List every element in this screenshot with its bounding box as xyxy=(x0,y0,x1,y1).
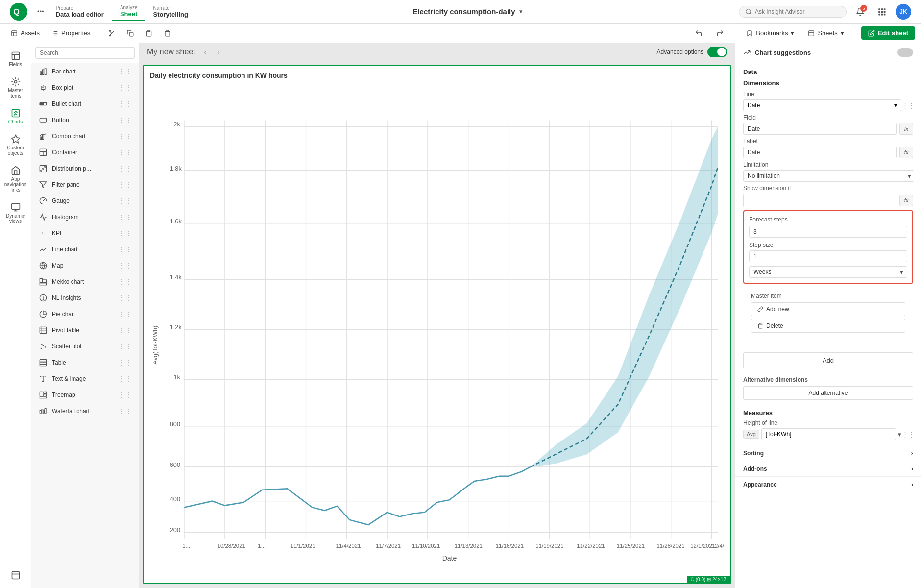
drag-handle[interactable]: ⋮⋮ xyxy=(118,407,132,415)
sidebar-item-dynamic[interactable]: Dynamic views xyxy=(2,198,29,228)
measures-chevron[interactable]: ▾ xyxy=(898,431,901,438)
forecast-steps-input[interactable] xyxy=(749,226,907,238)
chart-item-pivot[interactable]: Pivot table ⋮⋮ xyxy=(33,322,137,338)
field-input[interactable] xyxy=(743,123,897,135)
assets-button[interactable]: Assets xyxy=(6,27,45,39)
undo-button[interactable] xyxy=(690,27,707,39)
delete-toolbar-button[interactable] xyxy=(159,28,176,39)
sheet-next-button[interactable]: › xyxy=(213,46,225,58)
chart-item-text[interactable]: Text & image ⋮⋮ xyxy=(33,371,137,387)
drag-handle[interactable]: ⋮⋮ xyxy=(118,116,132,124)
chart-item-nl[interactable]: NL Insights ⋮⋮ xyxy=(33,290,137,306)
delete-button[interactable]: Delete xyxy=(751,319,905,333)
chart-item-button[interactable]: Button ⋮⋮ xyxy=(33,112,137,128)
chart-item-combo[interactable]: Combo chart ⋮⋮ xyxy=(33,128,137,144)
show-dim-input[interactable] xyxy=(743,194,897,207)
add-ons-section[interactable]: Add-ons › xyxy=(735,461,921,477)
chart-item-bullet[interactable]: Bullet chart ⋮⋮ xyxy=(33,96,137,112)
drag-handle[interactable]: ⋮⋮ xyxy=(118,343,132,350)
chart-item-histogram[interactable]: Histogram ⋮⋮ xyxy=(33,209,137,225)
sidebar-item-bottom[interactable] xyxy=(2,566,29,584)
sidebar-item-custom[interactable]: Custom objects xyxy=(2,130,29,160)
notifications-button[interactable]: 5 xyxy=(852,4,868,20)
drag-handle[interactable]: ⋮⋮ xyxy=(118,245,132,253)
chart-item-filter[interactable]: Filter pane ⋮⋮ xyxy=(33,177,137,193)
chart-item-container[interactable]: Container ⋮⋮ xyxy=(33,145,137,160)
chart-item-line[interactable]: Line chart ⋮⋮ xyxy=(33,242,137,257)
cut-button[interactable] xyxy=(103,28,120,39)
app-logo[interactable]: Q xyxy=(4,3,33,21)
add-dimension-button[interactable]: Add xyxy=(743,352,913,368)
properties-button[interactable]: Properties xyxy=(47,27,95,39)
sorting-section[interactable]: Sorting › xyxy=(735,445,921,461)
redo-button[interactable] xyxy=(711,27,729,39)
chart-item-kpi[interactable]: # KPI ⋮⋮ xyxy=(33,225,137,241)
drag-handle[interactable]: ⋮⋮ xyxy=(118,310,132,318)
drag-handle[interactable]: ⋮⋮ xyxy=(118,68,132,75)
grid-menu-button[interactable] xyxy=(874,4,890,20)
drag-handle[interactable]: ⋮⋮ xyxy=(118,100,132,108)
appearance-section[interactable]: Appearance › xyxy=(735,477,921,492)
label-input[interactable] xyxy=(743,147,897,158)
step-size-input[interactable] xyxy=(749,250,907,262)
drag-handle[interactable]: ⋮⋮ xyxy=(118,359,132,367)
chart-item-mekko[interactable]: Mekko chart ⋮⋮ xyxy=(33,274,137,290)
copy-button[interactable] xyxy=(122,28,139,39)
advanced-options-toggle[interactable] xyxy=(707,47,727,57)
chart-item-gauge[interactable]: Gauge ⋮⋮ xyxy=(33,193,137,209)
drag-handle[interactable]: ⋮⋮ xyxy=(118,148,132,156)
drag-handle[interactable]: ⋮⋮ xyxy=(118,165,132,172)
chart-item-bar[interactable]: Bar chart ⋮⋮ xyxy=(33,64,137,79)
label-fx-button[interactable]: fx xyxy=(899,147,913,158)
insight-advisor-input[interactable] xyxy=(755,8,833,15)
sidebar-item-appnav[interactable]: App navigation links xyxy=(2,162,29,196)
sidebar-item-master[interactable]: Master items xyxy=(2,73,29,102)
sidebar-item-fields[interactable]: Fields xyxy=(2,47,29,71)
chart-item-scatter[interactable]: Scatter plot ⋮⋮ xyxy=(33,339,137,354)
nav-analyze[interactable]: Analyze Sheet xyxy=(112,3,145,21)
nav-more-button[interactable]: ••• xyxy=(33,8,48,15)
drag-handle[interactable]: ⋮⋮ xyxy=(118,375,132,383)
drag-handle[interactable]: ⋮⋮ xyxy=(118,132,132,140)
drag-handle[interactable]: ⋮⋮ xyxy=(118,181,132,189)
insight-advisor-search[interactable] xyxy=(739,6,847,18)
chart-item-treemap[interactable]: Treemap ⋮⋮ xyxy=(33,387,137,403)
drag-handle[interactable]: ⋮⋮ xyxy=(118,326,132,334)
paste-button[interactable] xyxy=(141,28,157,39)
chart-item-waterfall[interactable]: Waterfall chart ⋮⋮ xyxy=(33,403,137,419)
app-title[interactable]: Electricity consumption-daily xyxy=(412,7,515,16)
show-dim-fx[interactable]: fx xyxy=(899,195,913,206)
chart-item-map[interactable]: Map ⋮⋮ xyxy=(33,258,137,273)
nav-prepare[interactable]: Prepare Data load editor xyxy=(48,3,112,20)
user-avatar[interactable]: JK xyxy=(896,4,911,20)
charts-search-input[interactable] xyxy=(35,47,135,59)
drag-handle[interactable]: ⋮⋮ xyxy=(118,294,132,302)
dimension-date-dropdown[interactable]: Date ▾ xyxy=(743,99,901,111)
chart-suggestions-toggle[interactable] xyxy=(897,48,913,57)
drag-handle[interactable]: ⋮⋮ xyxy=(118,229,132,237)
sidebar-item-charts[interactable]: Charts xyxy=(2,104,29,128)
nav-narrate[interactable]: Narrate Storytelling xyxy=(145,3,196,20)
app-title-chevron[interactable]: ▾ xyxy=(519,8,523,15)
limitation-select[interactable]: No limitation xyxy=(743,170,914,182)
chart-item-pie[interactable]: Pie chart ⋮⋮ xyxy=(33,306,137,322)
drag-handle[interactable]: ⋮⋮ xyxy=(118,197,132,205)
drag-handle[interactable]: ⋮⋮ xyxy=(118,391,132,399)
drag-handle[interactable]: ⋮⋮ xyxy=(118,278,132,286)
chart-item-table[interactable]: Table ⋮⋮ xyxy=(33,355,137,370)
chart-item-box[interactable]: Box plot ⋮⋮ xyxy=(33,80,137,96)
chart-container[interactable]: Daily electricity consumption in KW hour… xyxy=(143,65,731,584)
drag-handle[interactable]: ⋮⋮ xyxy=(118,213,132,221)
drag-handle[interactable]: ⋮⋮ xyxy=(118,84,132,92)
measures-drag[interactable]: ⋮⋮ xyxy=(903,429,913,439)
drag-handle[interactable]: ⋮⋮ xyxy=(118,262,132,270)
field-fx-button[interactable]: fx xyxy=(899,123,913,135)
edit-sheet-button[interactable]: Edit sheet xyxy=(861,26,915,40)
sheet-prev-button[interactable]: ‹ xyxy=(199,46,211,58)
bookmarks-button[interactable]: Bookmarks ▾ xyxy=(741,27,799,39)
chart-item-distribution[interactable]: Distribution p... ⋮⋮ xyxy=(33,161,137,176)
sheets-button[interactable]: Sheets ▾ xyxy=(803,27,848,39)
dimension-drag[interactable]: ⋮⋮ xyxy=(903,100,913,110)
weeks-select[interactable]: Days Weeks Months Quarters Years xyxy=(749,266,907,278)
add-alternative-button[interactable]: Add alternative xyxy=(743,386,913,400)
